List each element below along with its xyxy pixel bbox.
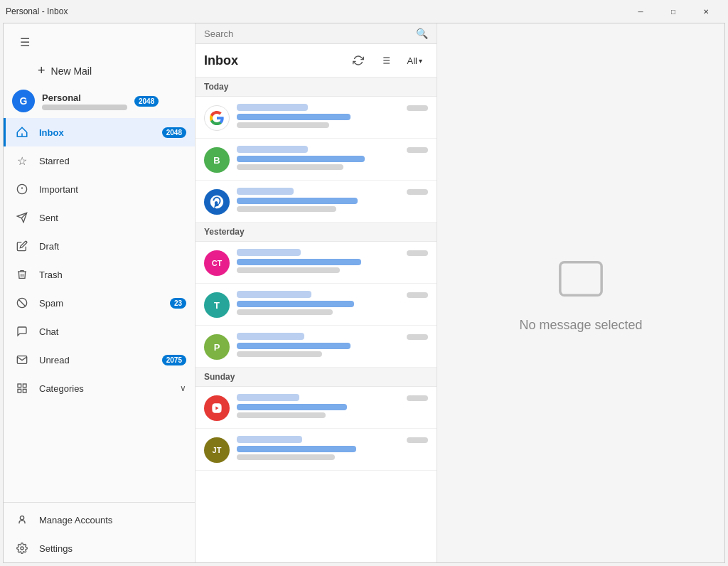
filter-label: All [407, 55, 417, 66]
draft-icon [15, 239, 29, 253]
sidebar: ☰ + New Mail G Personal 2048 Inbox [4, 23, 196, 562]
avatar: P [204, 334, 230, 360]
svg-rect-11 [23, 389, 26, 393]
svg-line-7 [18, 299, 25, 306]
email-item[interactable]: B [196, 139, 437, 181]
sidebar-bottom: Manage Accounts Settings [4, 502, 195, 562]
new-mail-icon: + [38, 63, 46, 78]
email-subject [237, 446, 356, 452]
email-time [407, 395, 428, 401]
avatar: T [204, 292, 230, 318]
inbox-label: Inbox [39, 127, 152, 138]
svg-point-13 [21, 547, 23, 550]
sidebar-item-inbox[interactable]: Inbox 2048 [4, 118, 195, 146]
sidebar-item-trash[interactable]: Trash [4, 260, 195, 289]
email-list: Today B [196, 78, 437, 562]
email-time [407, 334, 428, 340]
inbox-count-badge: 2048 [134, 96, 159, 107]
email-time [407, 105, 428, 111]
inbox-badge: 2048 [162, 127, 186, 138]
chat-label: Chat [39, 326, 186, 337]
spam-label: Spam [39, 298, 160, 309]
trash-label: Trash [39, 269, 186, 280]
avatar [204, 395, 230, 421]
svg-point-12 [20, 516, 23, 520]
search-bar: 🔍 [196, 23, 437, 44]
email-top-row [237, 146, 428, 156]
titlebar-left: Personal - Inbox [6, 6, 68, 16]
nav-list: Inbox 2048 ☆ Starred Important Sent [4, 118, 195, 402]
sidebar-item-categories[interactable]: Categories ∨ [4, 374, 195, 402]
new-mail-button[interactable]: + New Mail [4, 58, 195, 84]
account-item[interactable]: G Personal 2048 [4, 84, 195, 118]
sidebar-top: ☰ [4, 23, 195, 58]
email-preview [237, 412, 326, 418]
starred-icon: ☆ [15, 154, 29, 168]
account-avatar: G [12, 90, 35, 112]
email-sender [237, 249, 301, 256]
email-preview [237, 309, 333, 315]
sidebar-item-important[interactable]: Important [4, 175, 195, 203]
date-group-today: Today [196, 78, 437, 97]
email-item[interactable]: JT [196, 429, 437, 471]
sidebar-item-sent[interactable]: Sent [4, 203, 195, 232]
no-message-icon [556, 254, 606, 306]
email-top-row [237, 104, 428, 114]
email-item[interactable]: P [196, 326, 437, 368]
account-email [42, 105, 127, 110]
email-subject [237, 114, 350, 120]
email-item[interactable] [196, 97, 437, 139]
search-input[interactable] [204, 28, 410, 39]
hamburger-button[interactable]: ☰ [12, 29, 38, 55]
email-preview [237, 206, 336, 212]
sidebar-item-spam[interactable]: Spam 23 [4, 289, 195, 317]
sidebar-item-unread[interactable]: Unread 2075 [4, 346, 195, 374]
email-time [407, 437, 428, 443]
unread-label: Unread [39, 355, 152, 365]
sent-label: Sent [39, 213, 186, 223]
email-time [407, 147, 428, 153]
spam-badge: 23 [170, 298, 186, 309]
settings-icon [15, 541, 29, 555]
email-sender [237, 291, 311, 298]
new-mail-label: New Mail [51, 65, 92, 77]
email-subject [237, 198, 358, 204]
email-sender [237, 146, 308, 153]
sort-button[interactable] [375, 50, 396, 71]
starred-label: Starred [39, 156, 186, 166]
email-top-row [237, 436, 428, 446]
email-item[interactable]: T [196, 284, 437, 326]
unread-badge: 2075 [162, 355, 186, 365]
refresh-button[interactable] [348, 50, 369, 71]
account-name: Personal [42, 92, 127, 103]
email-subject [237, 259, 361, 265]
important-label: Important [39, 184, 186, 195]
email-time [407, 189, 428, 195]
titlebar-title: Personal - Inbox [6, 6, 68, 16]
email-item[interactable]: CT [196, 242, 437, 284]
email-item[interactable] [196, 387, 437, 429]
filter-button[interactable]: All ▾ [402, 53, 428, 69]
email-subject [237, 404, 347, 410]
sidebar-item-starred[interactable]: ☆ Starred [4, 146, 195, 175]
sidebar-item-draft[interactable]: Draft [4, 232, 195, 260]
email-sender [237, 104, 308, 111]
email-content [237, 291, 428, 315]
list-header: Inbox All ▾ [196, 44, 437, 78]
email-content [237, 188, 428, 212]
email-preview [237, 267, 340, 273]
email-preview [237, 122, 329, 128]
email-item[interactable] [196, 181, 437, 223]
sidebar-item-manage-accounts[interactable]: Manage Accounts [4, 506, 195, 534]
maximize-button[interactable]: □ [657, 0, 690, 23]
sidebar-item-settings[interactable]: Settings [4, 534, 195, 562]
app-body: ☰ + New Mail G Personal 2048 Inbox [3, 23, 725, 563]
no-message-text: No message selected [519, 318, 642, 333]
sidebar-item-chat[interactable]: Chat [4, 317, 195, 346]
close-button[interactable]: ✕ [690, 0, 722, 23]
minimize-button[interactable]: ─ [624, 0, 657, 23]
email-time [407, 250, 428, 256]
email-sender [237, 394, 299, 401]
email-time [407, 292, 428, 298]
avatar: B [204, 147, 230, 173]
